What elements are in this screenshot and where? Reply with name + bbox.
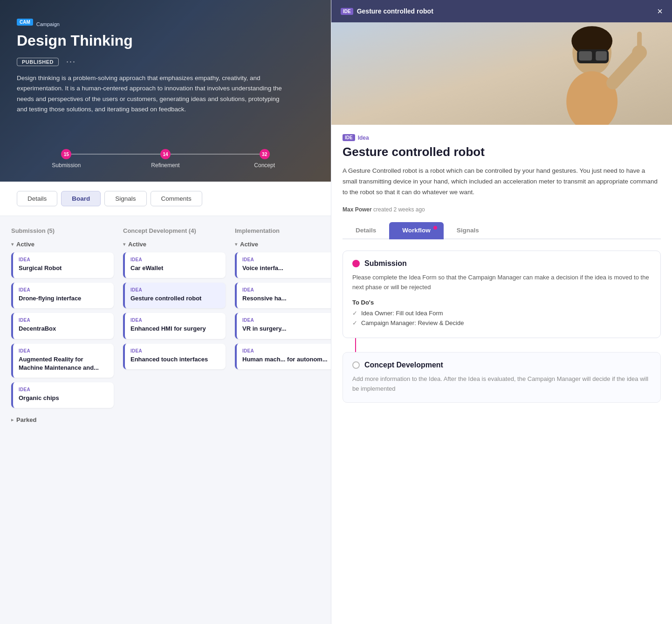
campaign-badge: CAM <box>17 19 33 26</box>
section-parked[interactable]: ▸ Parked <box>11 416 114 423</box>
stage-title-concept: Concept Development <box>364 361 443 369</box>
campaign-description: Design thinking is a problem-solving app… <box>17 73 287 115</box>
card-voice-interface[interactable]: IDEA Voice interfa... <box>235 252 331 278</box>
idea-tag: IDEA <box>19 318 108 323</box>
todo-item-owner: ✓ Idea Owner: Fill out Idea Form <box>352 310 651 317</box>
svg-rect-4 <box>579 51 592 61</box>
checkmark-icon: ✓ <box>352 319 357 326</box>
checkmark-icon: ✓ <box>352 310 357 317</box>
campaign-title: Design Thinking <box>17 32 314 49</box>
card-decentrabox[interactable]: IDEA DecentraBox <box>11 313 114 339</box>
card-vr-surgery[interactable]: IDEA VR in surgery... <box>235 313 331 339</box>
stage-desc-concept: Add more information to the Idea. After … <box>352 374 651 394</box>
chevron-down-icon: ▾ <box>11 242 14 247</box>
stage-inactive-dot <box>352 361 360 369</box>
idea-name: Drone-flying interface <box>19 294 108 303</box>
idea-description: A Gesture Controlled robot is a robot wh… <box>343 166 661 198</box>
parked-label-text: Parked <box>16 416 36 423</box>
detail-tab-details[interactable]: Details <box>343 222 389 239</box>
card-car-ewallet[interactable]: IDEA Car eWallet <box>123 252 226 278</box>
section-active-concept[interactable]: ▾ Active <box>123 241 226 248</box>
idea-name: Human mach... for autonom... <box>242 355 331 364</box>
drawer-header: IDE Gesture controlled robot × <box>331 0 672 22</box>
published-badge: PUBLISHED <box>17 58 59 66</box>
card-enhanced-touch[interactable]: IDEA Enhanced touch interfaces <box>123 344 226 369</box>
workflow-stage-concept: Concept Development Add more information… <box>343 352 661 403</box>
detail-tab-signals[interactable]: Signals <box>444 222 492 239</box>
campaign-badge-label: Campaign <box>36 21 60 27</box>
idea-name: VR in surgery... <box>242 325 331 333</box>
column-submission: Submission (5) ▾ Active IDEA Surgical Ro… <box>11 227 114 423</box>
left-panel: CAM Campaign Design Thinking PUBLISHED ·… <box>0 0 331 624</box>
more-options-button[interactable]: ··· <box>66 57 76 67</box>
notification-dot <box>433 226 437 230</box>
stage-title-submission: Submission <box>364 259 407 268</box>
idea-hero-image <box>331 22 672 125</box>
idea-tag: IDEA <box>242 257 331 262</box>
section-active-impl[interactable]: ▾ Active <box>235 241 331 248</box>
column-concept-development: Concept Development (4) ▾ Active IDEA Ca… <box>123 227 226 423</box>
idea-author: Max Power created 2 weeks ago <box>343 206 661 213</box>
idea-tag: IDEA <box>130 348 220 353</box>
stage-concept-label: Concept <box>254 162 275 169</box>
idea-tag: IDEA <box>242 318 331 323</box>
idea-tag: IDEA <box>242 348 331 353</box>
card-gesture-robot[interactable]: IDEA Gesture controlled robot <box>123 283 226 308</box>
idea-name: DecentraBox <box>19 325 108 333</box>
col-header-implementation: Implementation <box>235 227 331 241</box>
section-active-label: Active <box>240 241 258 248</box>
detail-tab-workflow[interactable]: Workflow <box>389 222 444 239</box>
tab-signals[interactable]: Signals <box>104 191 146 206</box>
chevron-right-icon: ▸ <box>11 417 14 422</box>
todo-text: Campaign Manager: Review & Decide <box>361 319 464 326</box>
idea-name: Augmented Reality for Machine Maintenanc… <box>19 355 108 372</box>
idea-name: Gesture controlled robot <box>130 294 220 303</box>
section-active-submission[interactable]: ▾ Active <box>11 241 114 248</box>
tab-comments[interactable]: Comments <box>151 191 202 206</box>
idea-tag: IDEA <box>19 348 108 353</box>
tab-board[interactable]: Board <box>61 191 101 206</box>
tab-details[interactable]: Details <box>17 191 57 206</box>
idea-title: Gesture controlled robot <box>343 145 661 159</box>
card-ar-maintenance[interactable]: IDEA Augmented Reality for Machine Maint… <box>11 344 114 378</box>
card-surgical-robot[interactable]: IDEA Surgical Robot <box>11 252 114 278</box>
col-header-submission: Submission (5) <box>11 227 114 241</box>
card-organic-chips[interactable]: IDEA Organic chips <box>11 382 114 408</box>
stage-concept-count: 32 <box>260 149 270 159</box>
stage-header-submission: Submission <box>352 259 651 268</box>
stage-connector <box>355 338 356 352</box>
todo-item-manager: ✓ Campaign Manager: Review & Decide <box>352 319 651 326</box>
todos-label: To Do's <box>352 299 651 306</box>
drawer-body: IDE Idea Gesture controlled robot A Gest… <box>331 125 672 624</box>
idea-name: Voice interfa... <box>242 264 331 272</box>
stage-refinement: 14 Refinement <box>116 149 215 169</box>
idea-name: Car eWallet <box>130 264 220 272</box>
hero-content: CAM Campaign Design Thinking PUBLISHED ·… <box>0 0 331 115</box>
idea-tag: IDEA <box>130 318 220 323</box>
stage-active-dot <box>352 260 360 267</box>
board-columns: Submission (5) ▾ Active IDEA Surgical Ro… <box>0 227 331 423</box>
col-header-concept: Concept Development (4) <box>123 227 226 241</box>
card-responsive[interactable]: IDEA Resonsive ha... <box>235 283 331 308</box>
idea-tag: IDEA <box>19 257 108 262</box>
idea-name: Resonsive ha... <box>242 294 331 303</box>
board-area: Submission (5) ▾ Active IDEA Surgical Ro… <box>0 216 331 624</box>
card-drone-flying[interactable]: IDEA Drone-flying interface <box>11 283 114 308</box>
hero-section: CAM Campaign Design Thinking PUBLISHED ·… <box>0 0 331 182</box>
idea-meta-badge: IDE <box>343 134 355 141</box>
chevron-down-icon: ▾ <box>123 242 125 247</box>
section-active-label: Active <box>16 241 34 248</box>
stage-concept: 32 Concept <box>215 149 314 169</box>
stage-submission: 15 Submission <box>17 149 116 169</box>
drawer-header-title: Gesture controlled robot <box>357 7 433 15</box>
workflow-stage-submission: Submission Please complete the Idea Form… <box>343 251 661 338</box>
detail-drawer: IDE Gesture controlled robot × <box>331 0 672 624</box>
idea-name: Surgical Robot <box>19 264 108 272</box>
close-drawer-button[interactable]: × <box>657 7 663 16</box>
stage-submission-count: 15 <box>61 149 71 159</box>
card-human-machine[interactable]: IDEA Human mach... for autonom... <box>235 344 331 369</box>
card-enhanced-hmi[interactable]: IDEA Enhanced HMI for surgery <box>123 313 226 339</box>
vr-illustration <box>331 22 672 125</box>
idea-tag: IDEA <box>19 287 108 292</box>
idea-tag: IDEA <box>242 287 331 292</box>
